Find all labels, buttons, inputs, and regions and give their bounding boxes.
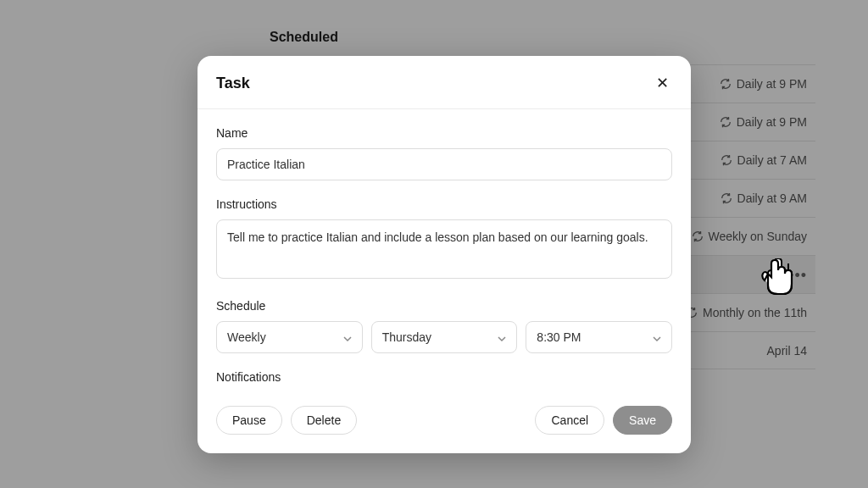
schedule-selects: Weekly Thursday 8:30 PM (216, 321, 672, 353)
cancel-button[interactable]: Cancel (535, 406, 604, 435)
schedule-field-group: Schedule Weekly Thursday 8:30 PM (216, 299, 672, 353)
right-buttons: Cancel Save (535, 406, 672, 435)
pause-button[interactable]: Pause (216, 406, 282, 435)
instructions-input[interactable] (216, 219, 672, 279)
save-button[interactable]: Save (613, 406, 672, 435)
left-buttons: Pause Delete (216, 406, 357, 435)
day-select[interactable]: Thursday (371, 321, 518, 353)
notifications-field-group: Notifications (216, 370, 672, 384)
name-field-group: Name (216, 126, 672, 180)
modal-title: Task (216, 75, 250, 92)
time-select[interactable]: 8:30 PM (526, 321, 672, 353)
close-icon: ✕ (656, 74, 669, 92)
notifications-label: Notifications (216, 370, 672, 384)
name-label: Name (216, 126, 672, 140)
day-select-wrap: Thursday (371, 321, 518, 353)
frequency-select[interactable]: Weekly (216, 321, 363, 353)
delete-button[interactable]: Delete (291, 406, 357, 435)
modal-header: Task ✕ (198, 56, 691, 109)
task-modal: Task ✕ Name Instructions Schedule Weekly… (198, 56, 691, 453)
modal-footer: Pause Delete Cancel Save (216, 401, 672, 435)
frequency-select-wrap: Weekly (216, 321, 363, 353)
modal-body: Name Instructions Schedule Weekly Thursd… (198, 109, 691, 453)
schedule-label: Schedule (216, 299, 672, 313)
time-select-wrap: 8:30 PM (526, 321, 672, 353)
close-button[interactable]: ✕ (652, 73, 672, 93)
name-input[interactable] (216, 148, 672, 180)
instructions-field-group: Instructions (216, 197, 672, 282)
instructions-label: Instructions (216, 197, 672, 211)
